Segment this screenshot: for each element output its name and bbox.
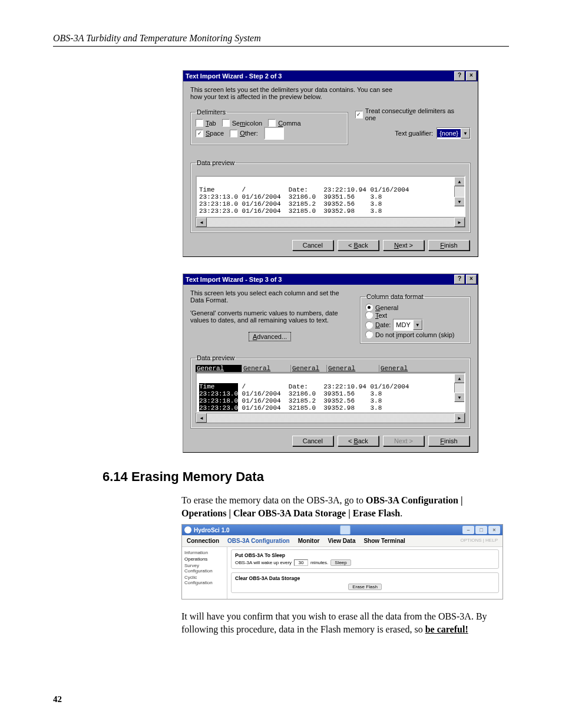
scroll-down-icon[interactable]: ▼ <box>454 393 465 402</box>
sleep-text-a: OBS-3A will wake up every <box>235 560 292 565</box>
sleep-group-label: Put OBS-3A To Sleep <box>235 552 495 558</box>
menu-obs3a-config[interactable]: OBS-3A Configuration <box>227 538 290 544</box>
close-icon[interactable]: × <box>488 526 500 534</box>
format-text[interactable]: Text <box>365 311 459 319</box>
vertical-scrollbar[interactable]: ▲ ▼ <box>454 177 464 206</box>
chevron-down-icon: ▼ <box>461 128 470 139</box>
delim-semicolon[interactable]: Semicolon <box>222 119 262 127</box>
dialog-description-2: 'General' converts numeric values to num… <box>190 309 349 324</box>
back-button[interactable]: < Back <box>338 436 379 446</box>
clear-storage-label: Clear OBS-3A Data Storage <box>235 575 495 581</box>
cancel-button[interactable]: Cancel <box>292 436 333 446</box>
section-heading: 6.14 Erasing Memory Data <box>103 469 509 485</box>
hydrosci-sidebar: Information Operations Survey Configurat… <box>182 547 227 599</box>
page-number: 42 <box>53 694 62 704</box>
finish-button[interactable]: Finish <box>428 240 470 251</box>
menu-options-help[interactable]: OPTIONS | HELP <box>461 538 498 544</box>
data-preview: Time / Date: 23:22:10.94 01/16/2004 23:2… <box>196 373 465 413</box>
horizontal-scrollbar[interactable]: ◄ ► <box>196 217 465 228</box>
help-icon[interactable]: ? <box>454 275 465 284</box>
menu-view-data[interactable]: View Data <box>328 538 355 544</box>
treat-consecutive[interactable]: ✓Treat consecutive delimiters as one <box>355 107 465 121</box>
data-preview-group: Data preview General General General Gen… <box>190 354 471 429</box>
hydrosci-titlebar: HydroSci 1.0 – □ × <box>182 525 503 535</box>
format-skip[interactable]: Do not import column (skip) <box>365 331 459 338</box>
erase-flash-button[interactable]: Erase Flash <box>348 584 382 590</box>
scroll-up-icon[interactable]: ▲ <box>454 177 465 186</box>
scroll-right-icon[interactable]: ► <box>454 218 465 227</box>
next-button: Next > <box>383 436 424 446</box>
dialog-description: This screen lets you set the delimiters … <box>190 86 402 100</box>
data-preview-group: Data preview Time / Date: 23:22:10.94 01… <box>190 159 471 233</box>
help-icon[interactable]: ? <box>454 71 465 81</box>
vertical-scrollbar[interactable]: ▲ ▼ <box>454 374 464 402</box>
dialog-title: Text Import Wizard - Step 2 of 3 <box>186 73 453 80</box>
chevron-down-icon: ▼ <box>413 319 422 330</box>
data-preview-legend: Data preview <box>196 159 236 166</box>
running-header: OBS-3A Turbidity and Temperature Monitor… <box>53 33 509 47</box>
scroll-right-icon[interactable]: ► <box>454 413 465 423</box>
body-paragraph-1: To erase the memory data on the OBS-3A, … <box>181 494 509 519</box>
sleep-group: Put OBS-3A To Sleep OBS-3A will wake up … <box>231 549 499 569</box>
next-button[interactable]: Next > <box>383 240 424 251</box>
data-preview-legend: Data preview <box>196 354 236 361</box>
app-icon <box>184 526 191 533</box>
close-icon[interactable]: × <box>466 71 477 81</box>
menu-show-terminal[interactable]: Show Terminal <box>363 538 405 544</box>
clear-storage-group: Clear OBS-3A Data Storage Erase Flash <box>231 572 499 593</box>
format-date[interactable]: Date: MDY ▼ <box>365 319 459 331</box>
column-format-group: Column data format General Text Date: MD… <box>360 293 471 344</box>
sleep-minutes-input[interactable]: 30 <box>294 559 308 566</box>
delim-space[interactable]: ✓Space <box>196 130 224 137</box>
format-general[interactable]: General <box>365 304 459 311</box>
date-format-dropdown[interactable]: MDY ▼ <box>393 319 422 331</box>
cancel-button[interactable]: Cancel <box>292 240 333 251</box>
hydrosci-menubar: Connection OBS-3A Configuration Monitor … <box>182 535 503 547</box>
delimiters-legend: Delimiters <box>196 108 227 116</box>
scroll-down-icon[interactable]: ▼ <box>454 197 465 206</box>
menu-monitor[interactable]: Monitor <box>298 538 320 544</box>
delim-tab[interactable]: TTabab <box>196 119 216 127</box>
sidebar-operations[interactable]: Operations <box>183 556 226 562</box>
toolbar-icon[interactable] <box>340 525 351 535</box>
dialog-description: This screen lets you select each column … <box>190 289 349 304</box>
delim-comma[interactable]: Comma <box>268 119 301 127</box>
data-preview: Time / Date: 23:22:10.94 01/16/2004 23:2… <box>196 176 465 217</box>
back-button[interactable]: < Back <box>338 240 379 251</box>
scroll-left-icon[interactable]: ◄ <box>196 218 207 227</box>
dialog-title: Text Import Wizard - Step 3 of 3 <box>186 276 453 283</box>
sidebar-cyclic-config[interactable]: Cyclic Configuration <box>183 574 226 586</box>
menu-connection[interactable]: Connection <box>187 538 219 544</box>
horizontal-scrollbar[interactable]: ◄ ► <box>196 413 465 423</box>
delimiters-group: Delimiters TTabab Semicolon Comma <box>190 108 348 145</box>
scroll-left-icon[interactable]: ◄ <box>196 413 207 423</box>
wizard-step3-dialog: Text Import Wizard - Step 3 of 3 ? × Thi… <box>183 274 478 453</box>
text-qualifier-label: Text qualifier: <box>395 130 433 137</box>
sleep-text-b: minutes. <box>310 560 328 565</box>
column-format-legend: Column data format <box>365 293 425 300</box>
minimize-icon[interactable]: – <box>462 526 474 534</box>
sidebar-information[interactable]: Information <box>183 549 226 556</box>
body-paragraph-2: It will have you confirm that you wish t… <box>181 610 509 635</box>
titlebar: Text Import Wizard - Step 3 of 3 ? × <box>183 274 478 285</box>
sidebar-survey-config[interactable]: Survey Configuration <box>183 562 226 574</box>
scroll-up-icon[interactable]: ▲ <box>454 374 465 383</box>
other-input[interactable] <box>264 127 284 140</box>
advanced-button[interactable]: Advanced... <box>249 332 291 341</box>
titlebar: Text Import Wizard - Step 2 of 3 ? × <box>183 71 478 81</box>
finish-button[interactable]: Finish <box>428 436 470 446</box>
sleep-button[interactable]: Sleep <box>330 559 351 566</box>
maximize-icon[interactable]: □ <box>475 526 487 534</box>
wizard-step2-dialog: Text Import Wizard - Step 2 of 3 ? × Thi… <box>183 70 478 257</box>
app-title: HydroSci 1.0 <box>194 527 230 533</box>
close-icon[interactable]: × <box>466 275 477 284</box>
hydrosci-window: HydroSci 1.0 – □ × Connection OBS-3A Con… <box>181 524 503 599</box>
column-headers: General General General General General <box>196 365 465 373</box>
delim-other[interactable]: Other: <box>230 130 258 137</box>
text-qualifier-dropdown[interactable]: {none} ▼ <box>437 127 471 139</box>
